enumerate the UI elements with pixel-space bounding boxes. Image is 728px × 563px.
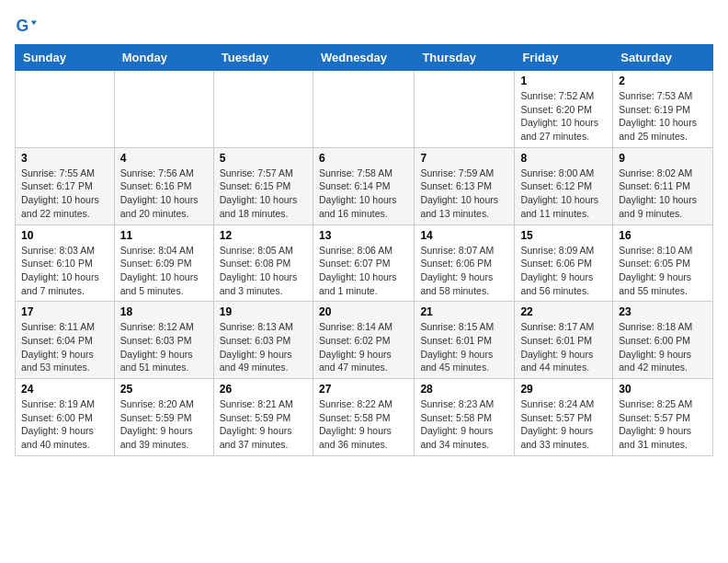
calendar-cell: 21Sunrise: 8:15 AM Sunset: 6:01 PM Dayli… <box>415 302 515 379</box>
calendar-cell: 7Sunrise: 7:59 AM Sunset: 6:13 PM Daylig… <box>415 147 515 224</box>
day-number: 20 <box>319 305 408 318</box>
calendar-cell: 14Sunrise: 8:07 AM Sunset: 6:06 PM Dayli… <box>415 224 515 302</box>
day-info: Sunrise: 8:04 AM Sunset: 6:09 PM Dayligh… <box>120 244 208 298</box>
day-header-monday: Monday <box>114 45 213 71</box>
calendar-cell <box>415 71 515 148</box>
day-info: Sunrise: 7:56 AM Sunset: 6:16 PM Dayligh… <box>120 167 208 221</box>
day-number: 26 <box>220 383 307 396</box>
day-header-tuesday: Tuesday <box>213 45 313 71</box>
calendar-week-2: 3Sunrise: 7:55 AM Sunset: 6:17 PM Daylig… <box>16 147 713 224</box>
day-number: 8 <box>520 152 607 165</box>
calendar-week-1: 1Sunrise: 7:52 AM Sunset: 6:20 PM Daylig… <box>16 71 713 148</box>
calendar-cell: 15Sunrise: 8:09 AM Sunset: 6:06 PM Dayli… <box>515 224 613 302</box>
calendar-cell: 5Sunrise: 7:57 AM Sunset: 6:15 PM Daylig… <box>213 147 313 224</box>
day-info: Sunrise: 8:21 AM Sunset: 5:59 PM Dayligh… <box>220 397 307 452</box>
calendar-cell: 20Sunrise: 8:14 AM Sunset: 6:02 PM Dayli… <box>313 302 414 379</box>
day-number: 25 <box>120 383 208 396</box>
day-info: Sunrise: 8:14 AM Sunset: 6:02 PM Dayligh… <box>319 320 408 374</box>
calendar-cell: 6Sunrise: 7:58 AM Sunset: 6:14 PM Daylig… <box>313 147 414 224</box>
day-number: 11 <box>120 229 208 242</box>
day-info: Sunrise: 8:06 AM Sunset: 6:07 PM Dayligh… <box>319 244 408 298</box>
calendar-cell: 23Sunrise: 8:18 AM Sunset: 6:00 PM Dayli… <box>613 302 713 379</box>
calendar-cell: 18Sunrise: 8:12 AM Sunset: 6:03 PM Dayli… <box>114 302 213 379</box>
header-row: SundayMondayTuesdayWednesdayThursdayFrid… <box>16 45 713 71</box>
calendar-cell <box>16 71 115 148</box>
calendar-cell: 11Sunrise: 8:04 AM Sunset: 6:09 PM Dayli… <box>114 224 213 302</box>
calendar-week-4: 17Sunrise: 8:11 AM Sunset: 6:04 PM Dayli… <box>16 302 713 379</box>
day-info: Sunrise: 8:07 AM Sunset: 6:06 PM Dayligh… <box>420 244 508 298</box>
calendar-cell: 29Sunrise: 8:24 AM Sunset: 5:57 PM Dayli… <box>515 379 613 456</box>
day-number: 4 <box>120 152 208 165</box>
calendar-cell: 8Sunrise: 8:00 AM Sunset: 6:12 PM Daylig… <box>515 147 613 224</box>
day-number: 27 <box>319 383 408 396</box>
day-number: 30 <box>619 383 707 396</box>
day-info: Sunrise: 8:11 AM Sunset: 6:04 PM Dayligh… <box>21 320 108 374</box>
day-number: 12 <box>220 229 307 242</box>
calendar-cell: 24Sunrise: 8:19 AM Sunset: 6:00 PM Dayli… <box>16 379 115 456</box>
calendar-cell: 19Sunrise: 8:13 AM Sunset: 6:03 PM Dayli… <box>213 302 313 379</box>
day-number: 22 <box>520 305 607 318</box>
day-info: Sunrise: 8:25 AM Sunset: 5:57 PM Dayligh… <box>619 397 707 452</box>
calendar-table: SundayMondayTuesdayWednesdayThursdayFrid… <box>15 44 713 456</box>
calendar-cell: 4Sunrise: 7:56 AM Sunset: 6:16 PM Daylig… <box>114 147 213 224</box>
day-number: 18 <box>120 305 208 318</box>
day-info: Sunrise: 8:09 AM Sunset: 6:06 PM Dayligh… <box>520 244 607 298</box>
day-number: 6 <box>319 152 408 165</box>
day-number: 23 <box>619 305 707 318</box>
day-number: 1 <box>520 75 607 87</box>
calendar-cell: 12Sunrise: 8:05 AM Sunset: 6:08 PM Dayli… <box>213 224 313 302</box>
day-number: 9 <box>619 152 707 165</box>
calendar-cell: 26Sunrise: 8:21 AM Sunset: 5:59 PM Dayli… <box>213 379 313 456</box>
day-number: 16 <box>619 229 707 242</box>
day-info: Sunrise: 8:20 AM Sunset: 5:59 PM Dayligh… <box>120 397 208 452</box>
calendar-cell: 30Sunrise: 8:25 AM Sunset: 5:57 PM Dayli… <box>613 379 713 456</box>
day-header-thursday: Thursday <box>415 45 515 71</box>
calendar-cell: 3Sunrise: 7:55 AM Sunset: 6:17 PM Daylig… <box>16 147 115 224</box>
day-info: Sunrise: 8:15 AM Sunset: 6:01 PM Dayligh… <box>420 320 508 374</box>
calendar-cell: 17Sunrise: 8:11 AM Sunset: 6:04 PM Dayli… <box>16 302 115 379</box>
calendar-week-3: 10Sunrise: 8:03 AM Sunset: 6:10 PM Dayli… <box>16 224 713 302</box>
logo-icon: G <box>15 15 37 37</box>
day-info: Sunrise: 8:19 AM Sunset: 6:00 PM Dayligh… <box>21 397 108 452</box>
day-info: Sunrise: 7:55 AM Sunset: 6:17 PM Dayligh… <box>21 167 108 221</box>
calendar-week-5: 24Sunrise: 8:19 AM Sunset: 6:00 PM Dayli… <box>16 379 713 456</box>
day-info: Sunrise: 7:59 AM Sunset: 6:13 PM Dayligh… <box>420 167 508 221</box>
day-number: 15 <box>520 229 607 242</box>
day-number: 17 <box>21 305 108 318</box>
day-number: 3 <box>21 152 108 165</box>
day-info: Sunrise: 8:17 AM Sunset: 6:01 PM Dayligh… <box>520 320 607 374</box>
day-info: Sunrise: 7:58 AM Sunset: 6:14 PM Dayligh… <box>319 167 408 221</box>
day-info: Sunrise: 8:23 AM Sunset: 5:58 PM Dayligh… <box>420 397 508 452</box>
calendar-cell <box>114 71 213 148</box>
day-number: 19 <box>220 305 307 318</box>
svg-text:G: G <box>17 17 29 35</box>
day-number: 28 <box>420 383 508 396</box>
day-info: Sunrise: 8:24 AM Sunset: 5:57 PM Dayligh… <box>520 397 607 452</box>
calendar-body: 1Sunrise: 7:52 AM Sunset: 6:20 PM Daylig… <box>16 71 713 456</box>
calendar-cell: 1Sunrise: 7:52 AM Sunset: 6:20 PM Daylig… <box>515 71 613 148</box>
calendar-cell: 13Sunrise: 8:06 AM Sunset: 6:07 PM Dayli… <box>313 224 414 302</box>
day-info: Sunrise: 8:03 AM Sunset: 6:10 PM Dayligh… <box>21 244 108 298</box>
day-number: 29 <box>520 383 607 396</box>
svg-marker-1 <box>31 20 37 25</box>
day-info: Sunrise: 7:52 AM Sunset: 6:20 PM Dayligh… <box>520 89 607 144</box>
calendar-cell: 27Sunrise: 8:22 AM Sunset: 5:58 PM Dayli… <box>313 379 414 456</box>
calendar-cell: 25Sunrise: 8:20 AM Sunset: 5:59 PM Dayli… <box>114 379 213 456</box>
calendar-cell: 28Sunrise: 8:23 AM Sunset: 5:58 PM Dayli… <box>415 379 515 456</box>
day-info: Sunrise: 8:18 AM Sunset: 6:00 PM Dayligh… <box>619 320 707 374</box>
calendar-cell: 10Sunrise: 8:03 AM Sunset: 6:10 PM Dayli… <box>16 224 115 302</box>
day-number: 10 <box>21 229 108 242</box>
calendar-cell <box>213 71 313 148</box>
day-info: Sunrise: 8:02 AM Sunset: 6:11 PM Dayligh… <box>619 167 707 221</box>
day-number: 24 <box>21 383 108 396</box>
day-header-saturday: Saturday <box>613 45 713 71</box>
day-header-friday: Friday <box>515 45 613 71</box>
calendar-cell: 9Sunrise: 8:02 AM Sunset: 6:11 PM Daylig… <box>613 147 713 224</box>
day-header-sunday: Sunday <box>16 45 115 71</box>
day-info: Sunrise: 7:57 AM Sunset: 6:15 PM Dayligh… <box>220 167 307 221</box>
calendar-cell <box>313 71 414 148</box>
day-number: 2 <box>619 75 707 87</box>
day-info: Sunrise: 8:00 AM Sunset: 6:12 PM Dayligh… <box>520 167 607 221</box>
day-info: Sunrise: 8:10 AM Sunset: 6:05 PM Dayligh… <box>619 244 707 298</box>
calendar-cell: 2Sunrise: 7:53 AM Sunset: 6:19 PM Daylig… <box>613 71 713 148</box>
